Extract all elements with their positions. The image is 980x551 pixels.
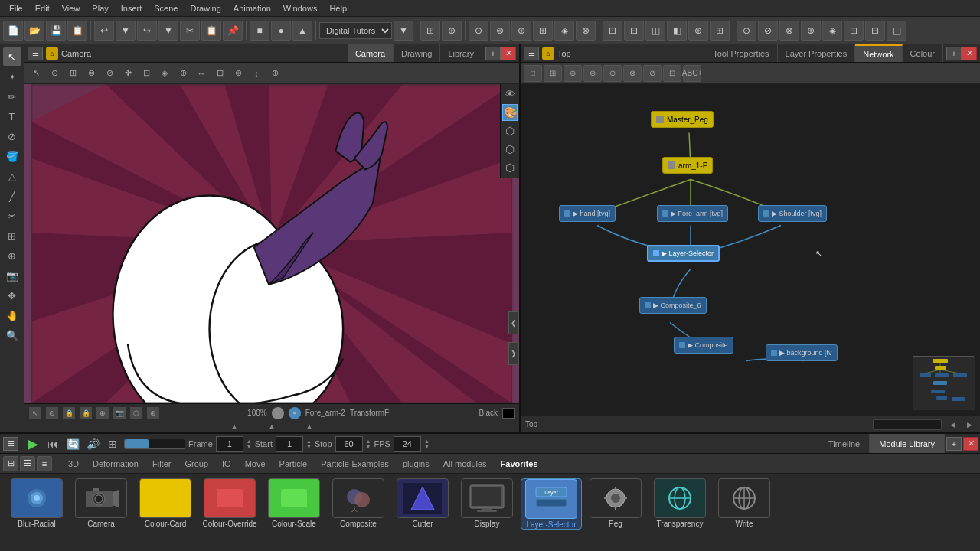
contour-tool[interactable]: ✦: [3, 67, 21, 86]
btn-c[interactable]: ⊙: [469, 21, 488, 41]
tab-library[interactable]: Library: [440, 44, 482, 62]
bottom-close[interactable]: ✕: [963, 437, 978, 451]
btn-q[interactable]: ⊗: [779, 21, 799, 41]
play-button[interactable]: ▶: [24, 435, 41, 452]
loop-button[interactable]: 🔄: [64, 435, 81, 452]
menu-scene[interactable]: Scene: [148, 2, 184, 15]
btn-s[interactable]: ◈: [822, 21, 842, 41]
net-nav-right[interactable]: ▶: [963, 419, 975, 430]
tri-btn[interactable]: ▲: [292, 21, 312, 41]
net-nav-left[interactable]: ◀: [946, 419, 959, 430]
layer-color[interactable]: ●: [289, 407, 301, 419]
frame-down[interactable]: ▼: [247, 444, 252, 449]
lt-btn10[interactable]: ↔: [193, 65, 210, 82]
start-input[interactable]: [276, 436, 303, 452]
net-btn6[interactable]: ⊗: [623, 65, 642, 82]
pencil-tool[interactable]: ✏: [3, 87, 21, 106]
tab-drawing[interactable]: Drawing: [394, 44, 440, 62]
redo-drop[interactable]: ▼: [158, 21, 178, 41]
panel-close[interactable]: ✕: [501, 47, 516, 60]
node-shoulder[interactable]: ▶ Shoulder [tvg]: [758, 205, 827, 222]
select-tool[interactable]: ↖: [3, 47, 21, 66]
right-close[interactable]: ✕: [962, 47, 977, 60]
menu-drawing[interactable]: Drawing: [184, 2, 227, 15]
btn-n[interactable]: ⊞: [710, 21, 730, 41]
status-icon3[interactable]: 🔒: [63, 407, 75, 419]
status-icon8[interactable]: ⊛: [147, 407, 159, 419]
lt-btn5[interactable]: ⊘: [101, 65, 118, 82]
menu-play[interactable]: Play: [86, 2, 114, 15]
mod-tab-group[interactable]: Group: [178, 457, 214, 471]
module-camera[interactable]: Camera: [70, 478, 132, 530]
redo-btn[interactable]: ↪: [137, 21, 157, 41]
btn-h[interactable]: ⊗: [576, 21, 596, 41]
menu-file[interactable]: File: [3, 2, 29, 15]
right-panel-menu[interactable]: ☰: [524, 47, 539, 60]
prev-frame-button[interactable]: ⏮: [44, 435, 61, 452]
btn-r[interactable]: ⊕: [801, 21, 821, 41]
frame-up[interactable]: ▲: [247, 439, 252, 444]
menu-view[interactable]: View: [56, 2, 87, 15]
btn-o[interactable]: ⊙: [737, 21, 756, 41]
start-down[interactable]: ▼: [306, 444, 312, 449]
save-as-btn[interactable]: 📋: [67, 21, 87, 41]
tab-timeline[interactable]: Timeline: [819, 434, 870, 453]
panel-home[interactable]: ⌂: [46, 47, 58, 60]
viewport-icon1[interactable]: 👁: [502, 86, 518, 103]
lt-btn14[interactable]: ⊕: [266, 65, 283, 82]
module-view-list[interactable]: ☰: [20, 456, 35, 471]
node-layer-selector[interactable]: ▶ Layer-Selector: [647, 245, 720, 262]
viewport-icon5[interactable]: ⬡: [502, 159, 518, 176]
tab-network[interactable]: Network: [855, 44, 902, 62]
lt-btn4[interactable]: ⊗: [83, 65, 100, 82]
fps-up[interactable]: ▲: [424, 439, 430, 444]
expand-right2[interactable]: ❯: [508, 342, 519, 365]
node-background[interactable]: ▶ background [tv: [766, 344, 838, 361]
text-tool[interactable]: T: [3, 107, 21, 126]
btn-j[interactable]: ⊟: [624, 21, 644, 41]
module-peg[interactable]: Peg: [585, 478, 646, 530]
node-fore-arm[interactable]: ▶ Fore_arm [tvg]: [657, 205, 728, 222]
node-composite6[interactable]: ▶ Composite_6: [639, 297, 707, 314]
paste-btn[interactable]: 📌: [223, 21, 243, 41]
cutter-tool[interactable]: ✂: [3, 207, 21, 225]
node-composite[interactable]: ▶ Composite: [674, 337, 733, 354]
lt-btn3[interactable]: ⊞: [64, 65, 81, 82]
quality-indicator[interactable]: ○: [272, 407, 284, 419]
mod-tab-favorites[interactable]: Favorites: [495, 457, 544, 471]
btn-d[interactable]: ⊛: [490, 21, 510, 41]
lt-btn13[interactable]: ↕: [248, 65, 265, 82]
circle-btn[interactable]: ●: [271, 21, 291, 41]
menu-help[interactable]: Help: [323, 2, 353, 15]
btn-g[interactable]: ◈: [554, 21, 574, 41]
expand-right[interactable]: ❮: [508, 311, 519, 334]
main-viewport[interactable]: 👁 🎨 ⬡ ⬡ ⬡ ❮ ❯: [24, 84, 519, 403]
fps-down[interactable]: ▼: [424, 444, 430, 449]
mod-tab-particle[interactable]: Particle: [273, 457, 314, 471]
preset-combo[interactable]: Digital Tutors: [319, 22, 392, 39]
btn-b[interactable]: ⊕: [442, 21, 462, 41]
lt-btn9[interactable]: ⊕: [175, 65, 191, 82]
net-btn9[interactable]: ABC+: [683, 65, 701, 82]
lt-btn7[interactable]: ⊡: [138, 65, 155, 82]
preset-drop[interactable]: ▼: [394, 21, 413, 41]
tab-module-library[interactable]: Module Library: [870, 434, 945, 453]
module-write[interactable]: Write: [714, 478, 775, 530]
network-scroll[interactable]: [873, 419, 942, 430]
status-icon4[interactable]: 🔒: [80, 407, 92, 419]
btn-e[interactable]: ⊕: [511, 21, 531, 41]
status-icon7[interactable]: ⬡: [130, 407, 142, 419]
transform-tool[interactable]: ⊞: [3, 227, 21, 245]
menu-animation[interactable]: Animation: [227, 2, 277, 15]
module-composite[interactable]: 人 Composite: [328, 478, 389, 530]
mod-tab-io[interactable]: IO: [216, 457, 237, 471]
btn-u[interactable]: ⊟: [865, 21, 885, 41]
scroll-right[interactable]: ▲: [305, 422, 312, 432]
net-btn7[interactable]: ⊘: [643, 65, 662, 82]
zoom-tool[interactable]: 🔍: [3, 326, 21, 344]
tab-colour[interactable]: Colour: [903, 44, 943, 62]
status-icon1[interactable]: ↖: [29, 407, 41, 419]
paint-tool[interactable]: 🪣: [3, 147, 21, 165]
new-btn[interactable]: 📄: [3, 21, 23, 41]
net-btn4[interactable]: ⊛: [583, 65, 602, 82]
